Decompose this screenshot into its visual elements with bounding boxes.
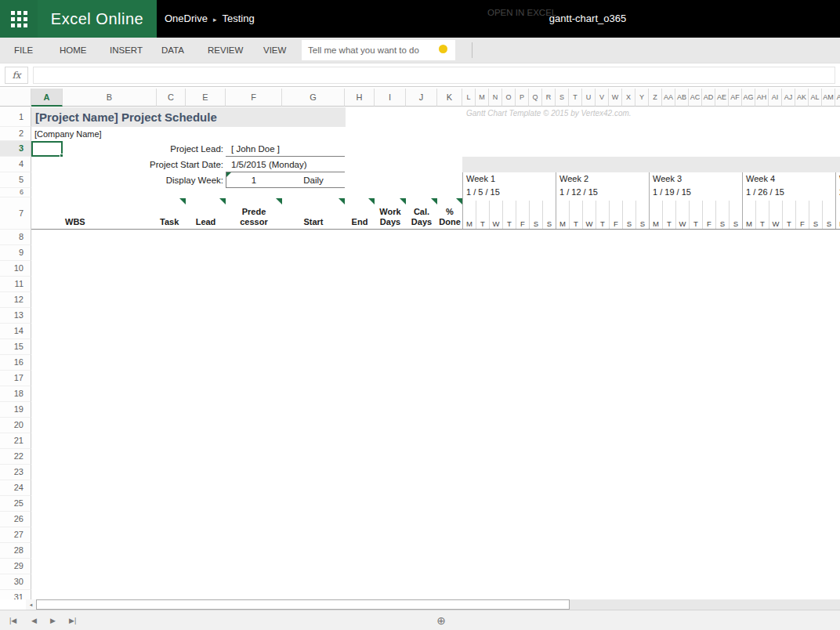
row-header-22[interactable]: 22 <box>0 449 31 465</box>
day-letter-cell[interactable]: S <box>529 201 542 230</box>
column-header-AN[interactable]: AN <box>835 89 840 107</box>
row-header-20[interactable]: 20 <box>0 418 31 433</box>
row-header-1[interactable]: 1 <box>0 107 31 127</box>
row-header-16[interactable]: 16 <box>0 355 31 371</box>
row-header-29[interactable]: 29 <box>0 559 31 574</box>
menu-item-insert[interactable]: INSERT <box>110 38 143 63</box>
row-header-31[interactable]: 31 <box>0 590 31 599</box>
table-header-wbs[interactable]: WBS <box>63 197 157 230</box>
day-letter-cell[interactable]: W <box>489 201 502 230</box>
day-letter-cell[interactable]: T <box>662 201 675 230</box>
row-header-8[interactable]: 8 <box>0 230 31 245</box>
column-header-W[interactable]: W <box>609 89 622 107</box>
day-letter-cell[interactable]: T <box>502 201 516 230</box>
row-header-21[interactable]: 21 <box>0 433 31 449</box>
day-letter-cell[interactable]: S <box>729 201 742 230</box>
project-lead-value[interactable]: [ John Doe ] <box>231 141 280 157</box>
table-header-work[interactable]: Work Days <box>375 197 406 230</box>
row-header-27[interactable]: 27 <box>0 527 31 543</box>
start-date-value[interactable]: 1/5/2015 (Monday) <box>231 157 307 172</box>
breadcrumb-location[interactable]: OneDrive <box>165 13 208 24</box>
day-letter-cell[interactable]: M <box>649 201 662 230</box>
table-header-lead[interactable]: Lead <box>186 197 226 230</box>
app-launcher-button[interactable] <box>0 0 38 38</box>
row-header-24[interactable]: 24 <box>0 480 31 496</box>
scroll-left-icon[interactable]: ◂ <box>26 599 36 610</box>
row-header-23[interactable]: 23 <box>0 465 31 480</box>
column-header-AF[interactable]: AF <box>729 89 742 107</box>
day-letter-cell[interactable]: M <box>462 201 476 230</box>
row-header-28[interactable]: 28 <box>0 543 31 559</box>
day-letter-cell[interactable]: W <box>582 201 596 230</box>
column-header-V[interactable]: V <box>596 89 609 107</box>
table-header-cal[interactable]: Cal. Days <box>406 197 437 230</box>
day-letter-cell[interactable]: F <box>609 201 622 230</box>
table-header-done[interactable]: % Done <box>437 197 462 230</box>
column-header-O[interactable]: O <box>502 89 516 107</box>
column-header-J[interactable]: J <box>406 89 437 107</box>
column-header-M[interactable]: M <box>476 89 489 107</box>
project-title-cell[interactable]: [Project Name] Project Schedule <box>31 107 346 127</box>
day-letter-cell[interactable]: S <box>635 201 649 230</box>
column-header-AL[interactable]: AL <box>809 89 822 107</box>
breadcrumb-folder[interactable]: Testing <box>222 13 254 24</box>
day-letter-cell[interactable]: S <box>622 201 635 230</box>
day-letter-cell[interactable]: S <box>715 201 729 230</box>
table-header-task[interactable]: Task <box>157 197 186 230</box>
day-letter-cell[interactable]: F <box>702 201 715 230</box>
menu-item-view[interactable]: VIEW <box>263 38 286 63</box>
menu-item-review[interactable]: REVIEW <box>208 38 243 63</box>
column-header-L[interactable]: L <box>462 89 476 107</box>
column-header-Z[interactable]: Z <box>649 89 662 107</box>
column-header-T[interactable]: T <box>569 89 582 107</box>
column-header-K[interactable]: K <box>437 89 462 107</box>
row-header-30[interactable]: 30 <box>0 574 31 590</box>
column-header-F[interactable]: F <box>226 89 282 107</box>
day-letter-cell[interactable]: S <box>822 201 835 230</box>
day-letter-cell[interactable]: F <box>516 201 529 230</box>
day-letter-cell[interactable]: T <box>596 201 609 230</box>
menu-item-home[interactable]: HOME <box>60 38 87 63</box>
column-header-AD[interactable]: AD <box>702 89 715 107</box>
add-sheet-button[interactable]: ⊕ <box>429 610 453 630</box>
column-header-Y[interactable]: Y <box>635 89 649 107</box>
row-header-4[interactable]: 4 <box>0 157 31 172</box>
column-header-P[interactable]: P <box>516 89 529 107</box>
company-name-cell[interactable]: [Company Name] <box>34 127 102 141</box>
column-header-H[interactable]: H <box>345 89 375 107</box>
row-header-11[interactable]: 11 <box>0 277 31 292</box>
row-header-6[interactable]: 6 <box>0 188 31 197</box>
table-header-start[interactable]: Start <box>282 197 345 230</box>
day-letter-cell[interactable]: T <box>782 201 795 230</box>
menu-item-data[interactable]: DATA <box>161 38 184 63</box>
day-letter-cell[interactable]: F <box>795 201 809 230</box>
nav-last-sheet-icon[interactable]: ▶| <box>69 610 76 630</box>
day-letter-cell[interactable]: W <box>675 201 689 230</box>
menu-item-file[interactable]: FILE <box>14 38 33 63</box>
row-header-3[interactable]: 3 <box>0 141 31 157</box>
start-date-label[interactable]: Project Start Date: <box>31 157 223 172</box>
row-header-26[interactable]: 26 <box>0 512 31 527</box>
day-letter-cell[interactable]: S <box>809 201 822 230</box>
row-header-25[interactable]: 25 <box>0 496 31 512</box>
table-header-pred[interactable]: Prede cessor <box>226 197 282 230</box>
column-header-AE[interactable]: AE <box>715 89 729 107</box>
column-header-AK[interactable]: AK <box>795 89 809 107</box>
day-letter-cell[interactable]: T <box>755 201 769 230</box>
column-header-B[interactable]: B <box>63 89 157 107</box>
column-header-A[interactable]: A <box>31 89 63 107</box>
column-header-AH[interactable]: AH <box>755 89 769 107</box>
row-header-18[interactable]: 18 <box>0 386 31 402</box>
column-header-S[interactable]: S <box>556 89 569 107</box>
column-header-AI[interactable]: AI <box>769 89 782 107</box>
column-header-I[interactable]: I <box>375 89 406 107</box>
row-header-2[interactable]: 2 <box>0 127 31 141</box>
nav-next-sheet-icon[interactable]: ▶ <box>50 610 56 630</box>
column-header-X[interactable]: X <box>622 89 635 107</box>
column-header-AB[interactable]: AB <box>675 89 689 107</box>
fx-icon[interactable]: fx <box>5 67 28 84</box>
day-letter-cell[interactable]: M <box>835 201 840 230</box>
day-letter-cell[interactable]: T <box>476 201 489 230</box>
column-header-AG[interactable]: AG <box>742 89 755 107</box>
formula-input[interactable] <box>33 67 835 84</box>
